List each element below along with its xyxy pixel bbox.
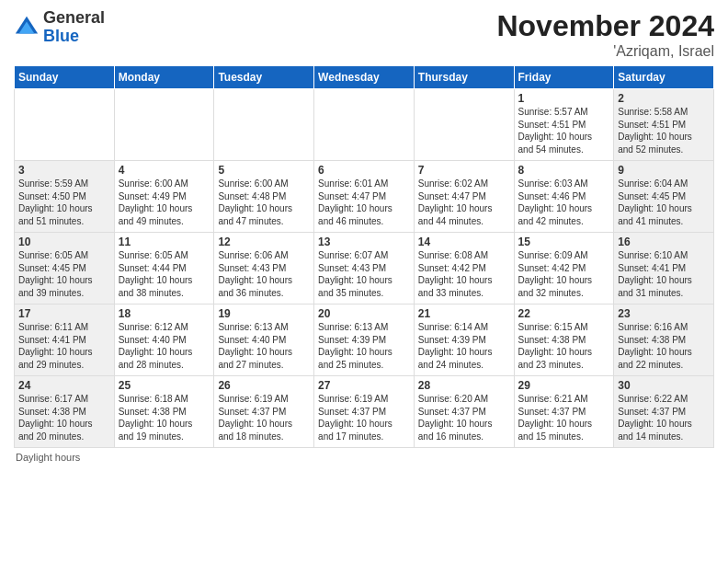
calendar-header-row: SundayMondayTuesdayWednesdayThursdayFrid… [15, 66, 714, 89]
day-number: 4 [119, 164, 210, 177]
logo: General Blue [14, 9, 105, 46]
calendar-cell: 25Sunrise: 6:18 AM Sunset: 4:38 PM Dayli… [114, 376, 214, 448]
day-info: Sunrise: 6:13 AM Sunset: 4:39 PM Dayligh… [318, 321, 410, 371]
col-header-sunday: Sunday [15, 66, 115, 89]
day-number: 8 [518, 164, 610, 177]
day-number: 18 [119, 307, 210, 320]
day-number: 1 [518, 92, 610, 105]
week-row-3: 10Sunrise: 6:05 AM Sunset: 4:45 PM Dayli… [15, 233, 714, 304]
calendar-cell: 5Sunrise: 6:00 AM Sunset: 4:48 PM Daylig… [214, 161, 314, 233]
col-header-saturday: Saturday [614, 66, 714, 89]
day-number: 28 [418, 379, 510, 392]
calendar-cell [214, 89, 314, 161]
calendar-cell [15, 89, 115, 161]
day-number: 25 [119, 379, 210, 392]
day-info: Sunrise: 6:19 AM Sunset: 4:37 PM Dayligh… [218, 393, 310, 442]
day-info: Sunrise: 5:58 AM Sunset: 4:51 PM Dayligh… [618, 106, 710, 155]
day-info: Sunrise: 6:15 AM Sunset: 4:38 PM Dayligh… [518, 321, 610, 371]
day-info: Sunrise: 6:06 AM Sunset: 4:43 PM Dayligh… [218, 249, 310, 299]
day-info: Sunrise: 6:14 AM Sunset: 4:39 PM Dayligh… [418, 321, 510, 371]
calendar-cell [114, 89, 214, 161]
calendar-cell: 17Sunrise: 6:11 AM Sunset: 4:41 PM Dayli… [15, 304, 115, 376]
calendar-cell: 22Sunrise: 6:15 AM Sunset: 4:38 PM Dayli… [514, 304, 614, 376]
col-header-friday: Friday [514, 66, 614, 89]
month-title: November 2024 [496, 9, 714, 43]
day-number: 24 [18, 379, 110, 392]
week-row-5: 24Sunrise: 6:17 AM Sunset: 4:38 PM Dayli… [15, 376, 714, 448]
day-number: 30 [618, 379, 710, 392]
day-number: 20 [318, 307, 410, 320]
page: General Blue November 2024 'Azriqam, Isr… [0, 0, 728, 472]
day-number: 13 [318, 236, 410, 248]
day-info: Sunrise: 5:59 AM Sunset: 4:50 PM Dayligh… [18, 178, 110, 227]
day-number: 22 [518, 307, 610, 320]
calendar-cell: 4Sunrise: 6:00 AM Sunset: 4:49 PM Daylig… [114, 161, 214, 233]
footer: Daylight hours [14, 452, 714, 463]
calendar-cell: 16Sunrise: 6:10 AM Sunset: 4:41 PM Dayli… [614, 233, 714, 304]
day-number: 23 [618, 307, 710, 320]
day-info: Sunrise: 6:02 AM Sunset: 4:47 PM Dayligh… [418, 178, 510, 227]
day-number: 26 [218, 379, 310, 392]
calendar-cell: 26Sunrise: 6:19 AM Sunset: 4:37 PM Dayli… [214, 376, 314, 448]
logo-text: General Blue [43, 9, 105, 46]
calendar-cell: 2Sunrise: 5:58 AM Sunset: 4:51 PM Daylig… [614, 89, 714, 161]
day-info: Sunrise: 6:07 AM Sunset: 4:43 PM Dayligh… [318, 249, 410, 299]
day-info: Sunrise: 6:18 AM Sunset: 4:38 PM Dayligh… [119, 393, 210, 442]
day-info: Sunrise: 6:20 AM Sunset: 4:37 PM Dayligh… [418, 393, 510, 442]
calendar-table: SundayMondayTuesdayWednesdayThursdayFrid… [14, 65, 714, 448]
day-info: Sunrise: 6:13 AM Sunset: 4:40 PM Dayligh… [218, 321, 310, 371]
calendar-cell: 12Sunrise: 6:06 AM Sunset: 4:43 PM Dayli… [214, 233, 314, 304]
col-header-tuesday: Tuesday [214, 66, 314, 89]
day-number: 2 [618, 92, 710, 105]
day-info: Sunrise: 6:04 AM Sunset: 4:45 PM Dayligh… [618, 178, 710, 227]
calendar-cell [414, 89, 514, 161]
calendar-cell: 19Sunrise: 6:13 AM Sunset: 4:40 PM Dayli… [214, 304, 314, 376]
day-number: 12 [218, 236, 310, 248]
calendar-cell: 6Sunrise: 6:01 AM Sunset: 4:47 PM Daylig… [314, 161, 415, 233]
day-info: Sunrise: 6:01 AM Sunset: 4:47 PM Dayligh… [318, 178, 410, 227]
day-info: Sunrise: 6:09 AM Sunset: 4:42 PM Dayligh… [518, 249, 610, 299]
logo-icon [14, 15, 40, 40]
day-info: Sunrise: 6:10 AM Sunset: 4:41 PM Dayligh… [618, 249, 710, 299]
day-number: 16 [618, 236, 710, 248]
day-number: 6 [318, 164, 410, 177]
logo-general: General [43, 8, 105, 27]
calendar-cell: 14Sunrise: 6:08 AM Sunset: 4:42 PM Dayli… [414, 233, 514, 304]
day-number: 5 [218, 164, 310, 177]
day-number: 7 [418, 164, 510, 177]
day-number: 29 [518, 379, 610, 392]
day-info: Sunrise: 6:05 AM Sunset: 4:44 PM Dayligh… [119, 249, 210, 299]
day-info: Sunrise: 5:57 AM Sunset: 4:51 PM Dayligh… [518, 106, 610, 155]
day-number: 17 [18, 307, 110, 320]
day-info: Sunrise: 6:00 AM Sunset: 4:49 PM Dayligh… [119, 178, 210, 227]
week-row-1: 1Sunrise: 5:57 AM Sunset: 4:51 PM Daylig… [15, 89, 714, 161]
day-number: 15 [518, 236, 610, 248]
header: General Blue November 2024 'Azriqam, Isr… [14, 9, 714, 60]
calendar-cell: 1Sunrise: 5:57 AM Sunset: 4:51 PM Daylig… [514, 89, 614, 161]
calendar-cell: 29Sunrise: 6:21 AM Sunset: 4:37 PM Dayli… [514, 376, 614, 448]
calendar-cell: 15Sunrise: 6:09 AM Sunset: 4:42 PM Dayli… [514, 233, 614, 304]
day-info: Sunrise: 6:12 AM Sunset: 4:40 PM Dayligh… [119, 321, 210, 371]
title-block: November 2024 'Azriqam, Israel [496, 9, 714, 60]
day-info: Sunrise: 6:16 AM Sunset: 4:38 PM Dayligh… [618, 321, 710, 371]
day-info: Sunrise: 6:21 AM Sunset: 4:37 PM Dayligh… [518, 393, 610, 442]
col-header-monday: Monday [114, 66, 214, 89]
calendar-cell: 21Sunrise: 6:14 AM Sunset: 4:39 PM Dayli… [414, 304, 514, 376]
day-info: Sunrise: 6:05 AM Sunset: 4:45 PM Dayligh… [18, 249, 110, 299]
day-number: 9 [618, 164, 710, 177]
col-header-thursday: Thursday [414, 66, 514, 89]
calendar-cell: 20Sunrise: 6:13 AM Sunset: 4:39 PM Dayli… [314, 304, 415, 376]
week-row-4: 17Sunrise: 6:11 AM Sunset: 4:41 PM Dayli… [15, 304, 714, 376]
calendar-cell: 10Sunrise: 6:05 AM Sunset: 4:45 PM Dayli… [15, 233, 115, 304]
day-number: 21 [418, 307, 510, 320]
day-info: Sunrise: 6:08 AM Sunset: 4:42 PM Dayligh… [418, 249, 510, 299]
location: 'Azriqam, Israel [496, 43, 714, 60]
calendar-cell: 23Sunrise: 6:16 AM Sunset: 4:38 PM Dayli… [614, 304, 714, 376]
day-info: Sunrise: 6:11 AM Sunset: 4:41 PM Dayligh… [18, 321, 110, 371]
day-number: 19 [218, 307, 310, 320]
day-info: Sunrise: 6:00 AM Sunset: 4:48 PM Dayligh… [218, 178, 310, 227]
calendar-cell: 30Sunrise: 6:22 AM Sunset: 4:37 PM Dayli… [614, 376, 714, 448]
calendar-cell: 8Sunrise: 6:03 AM Sunset: 4:46 PM Daylig… [514, 161, 614, 233]
day-info: Sunrise: 6:22 AM Sunset: 4:37 PM Dayligh… [618, 393, 710, 442]
day-number: 3 [18, 164, 110, 177]
